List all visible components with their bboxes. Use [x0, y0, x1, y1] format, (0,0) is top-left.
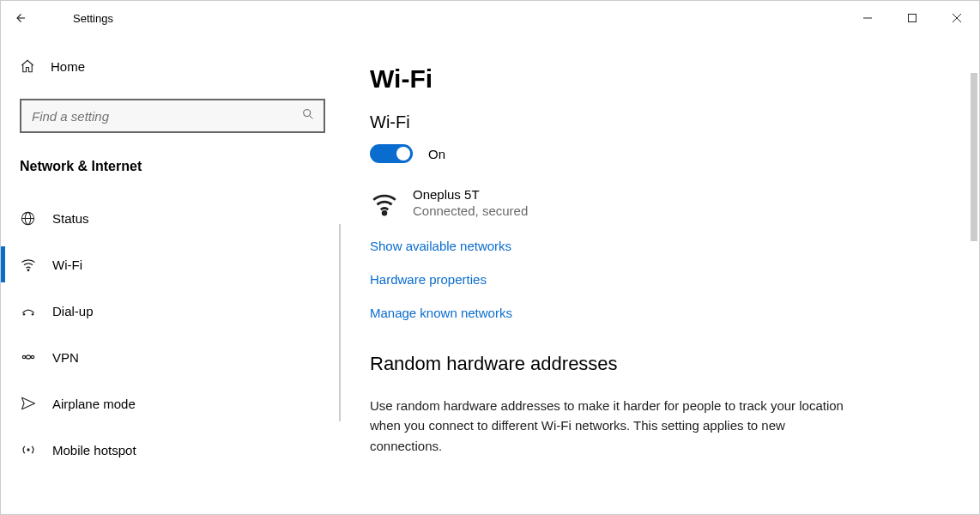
minimize-icon [862, 13, 873, 23]
sidebar-home[interactable]: Home [1, 45, 341, 87]
connection-name: Oneplus 5T [413, 187, 528, 202]
svg-point-13 [31, 355, 33, 358]
close-icon [952, 13, 962, 23]
random-hw-heading: Random hardware addresses [370, 353, 945, 375]
toggle-knob [396, 147, 410, 161]
home-icon [20, 58, 44, 74]
link-manage-known[interactable]: Manage known networks [370, 306, 945, 320]
titlebar: Settings [1, 1, 979, 35]
svg-rect-1 [909, 15, 916, 22]
svg-point-14 [27, 448, 29, 451]
wifi-toggle-state: On [428, 147, 445, 161]
back-button[interactable] [1, 1, 39, 35]
link-show-networks[interactable]: Show available networks [370, 239, 945, 253]
sidebar-item-label: Status [52, 211, 89, 226]
sidebar-item-status[interactable]: Status [1, 195, 341, 241]
maximize-button[interactable] [890, 1, 935, 35]
connection-status: Connected, secured [413, 203, 528, 218]
vpn-icon [20, 348, 44, 366]
close-button[interactable] [935, 1, 979, 35]
wifi-toggle-row: On [370, 144, 945, 163]
wifi-icon [20, 256, 44, 273]
svg-point-10 [23, 313, 26, 316]
current-connection[interactable]: Oneplus 5T Connected, secured [370, 187, 945, 221]
sidebar-item-label: Mobile hotspot [52, 443, 136, 457]
wifi-toggle[interactable] [370, 144, 413, 163]
airplane-icon [20, 395, 44, 412]
sidebar-home-label: Home [51, 59, 85, 74]
random-hw-body: Use random hardware addresses to make it… [370, 396, 850, 456]
sidebar-item-airplane[interactable]: Airplane mode [1, 380, 341, 427]
sidebar-item-vpn[interactable]: VPN [1, 334, 341, 380]
hotspot-icon [20, 441, 44, 458]
sidebar-nav: Status Wi-Fi Dial-up [1, 195, 341, 473]
svg-point-9 [27, 270, 29, 271]
wifi-signal-icon [370, 189, 402, 221]
search-input[interactable] [30, 108, 301, 124]
arrow-left-icon [12, 10, 27, 26]
svg-point-12 [22, 355, 25, 358]
link-hardware-properties[interactable]: Hardware properties [370, 272, 945, 287]
sidebar-item-label: Airplane mode [52, 397, 136, 411]
sidebar: Home Network & Internet Status [1, 35, 341, 514]
page-title: Wi-Fi [370, 64, 945, 94]
svg-point-11 [32, 313, 34, 316]
globe-icon [20, 210, 44, 227]
maximize-icon [907, 13, 917, 23]
sidebar-item-dialup[interactable]: Dial-up [1, 288, 341, 334]
sidebar-item-label: Dial-up [52, 304, 94, 318]
sidebar-item-label: VPN [52, 350, 79, 365]
sidebar-section-heading: Network & Internet [20, 159, 341, 174]
search-box[interactable] [20, 99, 325, 133]
main-content: Wi-Fi Wi-Fi On Oneplus 5T Connected, sec… [341, 35, 979, 514]
window-controls [845, 1, 979, 35]
svg-point-15 [383, 211, 386, 215]
minimize-button[interactable] [845, 1, 890, 35]
wifi-section-label: Wi-Fi [370, 112, 945, 132]
main-scrollbar[interactable] [971, 73, 977, 241]
svg-line-5 [310, 116, 312, 118]
sidebar-item-label: Wi-Fi [52, 258, 82, 272]
sidebar-item-hotspot[interactable]: Mobile hotspot [1, 427, 341, 473]
dialup-icon [20, 302, 44, 319]
search-icon [301, 107, 315, 124]
window-title: Settings [73, 12, 113, 25]
svg-point-4 [304, 110, 311, 117]
sidebar-item-wifi[interactable]: Wi-Fi [1, 241, 341, 288]
